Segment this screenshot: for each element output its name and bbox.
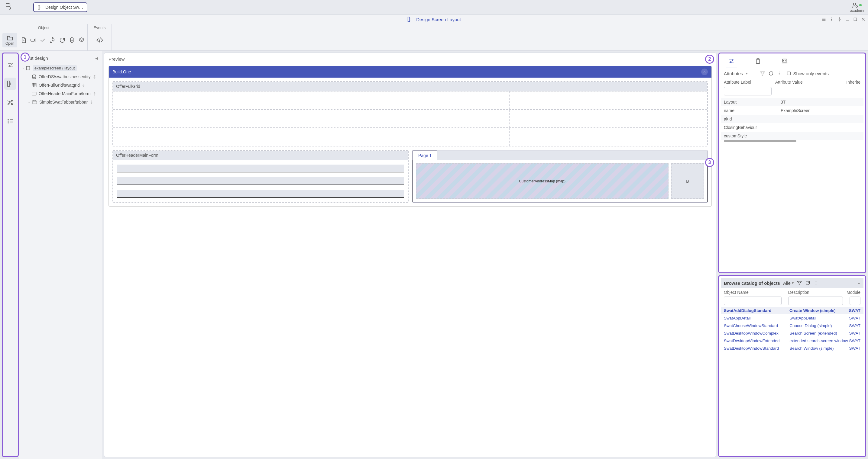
catalog-list: SwatAddDialogStandardCreate Window (simp… xyxy=(721,307,864,352)
gear-icon[interactable] xyxy=(89,100,93,104)
right-column: Attributes ▾ Show only events Attribute … xyxy=(718,53,866,457)
layers-icon[interactable] xyxy=(78,37,85,43)
svg-point-27 xyxy=(91,101,92,102)
close-icon[interactable] xyxy=(861,17,866,22)
list-icon xyxy=(7,118,14,125)
sidebar-item-layout[interactable] xyxy=(4,77,16,90)
catalog-row[interactable]: SwatChooseWindowStandardChoose Dialog (s… xyxy=(721,322,864,329)
preview-panel: 2 3 Preview Build.One OfferFullGrid xyxy=(104,53,716,457)
catalog-row[interactable]: SwatAppDetailSwatAppDetailSWAT xyxy=(721,314,864,322)
close-icon xyxy=(703,70,706,74)
catalog-col-name-header: Object Name xyxy=(724,290,788,295)
rename-icon[interactable] xyxy=(30,37,37,43)
more-vertical-icon[interactable] xyxy=(814,281,818,285)
attribute-row[interactable]: Layout3T xyxy=(721,98,864,106)
check-icon[interactable] xyxy=(39,37,46,43)
attribute-row[interactable]: customStyle xyxy=(721,132,864,140)
attribute-row[interactable]: ClosingBehaviour xyxy=(721,123,864,132)
catalog-row[interactable]: SwatDesktopWindowComplexSearch Screen (e… xyxy=(721,329,864,337)
preview-form-field xyxy=(117,190,404,198)
tree-node[interactable]: OfferHeaderMainForm/form xyxy=(21,89,100,98)
svg-rect-11 xyxy=(7,81,10,86)
filter-icon[interactable] xyxy=(797,280,802,286)
left-sidebar xyxy=(2,53,19,457)
catalog-row[interactable]: SwatAddDialogStandardCreate Window (simp… xyxy=(721,307,864,314)
username-label: axadmin xyxy=(850,8,864,13)
annotation-1: 1 xyxy=(21,53,30,62)
open-button[interactable]: Open xyxy=(2,33,17,47)
layout-tree-panel: 1 ut design ◀ › examplescreen / layout O… xyxy=(19,51,102,459)
horizontal-scrollbar[interactable] xyxy=(724,140,796,142)
top-bar: Design Object Sw… axadmin xyxy=(0,0,868,14)
sliders-icon xyxy=(728,58,735,64)
catalog-row[interactable]: SwatDesktopWindowExtendedextended search… xyxy=(721,337,864,345)
svg-point-10 xyxy=(9,66,10,67)
preview-title: Preview xyxy=(108,57,712,62)
svg-point-4 xyxy=(831,18,832,18)
svg-rect-3 xyxy=(408,17,410,22)
preview-window-title: Build.One xyxy=(113,69,131,74)
catalog-name-filter[interactable] xyxy=(724,297,781,305)
preview-map-wireframe: CustomerAddressMap (map) xyxy=(416,163,669,199)
minimize-icon[interactable] xyxy=(845,17,850,22)
attribute-row[interactable]: akId xyxy=(721,115,864,123)
preview-close-button[interactable] xyxy=(701,69,708,75)
tabbar-icon xyxy=(32,99,37,105)
user-gear-icon xyxy=(852,2,859,8)
more-vertical-icon[interactable] xyxy=(777,71,781,76)
boxes-icon[interactable] xyxy=(69,37,75,43)
preview-form-title: OfferHeaderMainForm xyxy=(113,151,408,160)
catalog-filter-dropdown[interactable]: Alle ▾ xyxy=(783,281,794,286)
form-icon xyxy=(31,91,37,96)
catalog-row[interactable]: SwatDesktopWindowStandardSearch Window (… xyxy=(721,345,864,352)
maximize-icon[interactable] xyxy=(853,17,858,22)
attributes-dropdown-label[interactable]: Attributes xyxy=(724,71,743,76)
ribbon-group-events-label: Events xyxy=(90,25,109,30)
show-only-events-checkbox[interactable]: Show only events xyxy=(786,71,829,76)
refresh-icon[interactable] xyxy=(59,37,66,43)
rocket-icon[interactable] xyxy=(49,37,56,43)
svg-point-5 xyxy=(831,19,832,19)
sidebar-item-list[interactable] xyxy=(4,115,16,127)
preview-tab[interactable]: Page 1 xyxy=(412,151,437,160)
user-menu[interactable]: axadmin xyxy=(850,2,864,13)
collapse-icon[interactable]: ◀ xyxy=(95,56,98,60)
tree-node[interactable]: OfferFullGrid/swatgrid xyxy=(21,81,100,89)
preview-grid-wireframe: OfferFullGrid xyxy=(113,81,708,146)
chevron-down-icon: ⌄ xyxy=(27,100,30,104)
svg-point-20 xyxy=(33,74,36,76)
attribute-label-filter[interactable] xyxy=(724,87,772,95)
sidebar-item-graph[interactable] xyxy=(4,96,16,108)
pin-icon[interactable] xyxy=(837,17,842,22)
chevron-down-icon[interactable]: ⌄ xyxy=(858,281,861,285)
chevron-down-icon[interactable]: ▾ xyxy=(746,71,748,75)
tree-node[interactable]: OfferDS/swatbusinessentity xyxy=(21,72,100,81)
open-tab-chip[interactable]: Design Object Sw… xyxy=(33,2,87,12)
more-vertical-icon[interactable] xyxy=(829,17,834,22)
preview-tabbar-wireframe: Page 1 CustomerAddressMap (map) B xyxy=(412,150,708,203)
refresh-icon[interactable] xyxy=(768,71,774,76)
gear-icon[interactable] xyxy=(82,83,86,87)
code-icon[interactable] xyxy=(96,36,104,44)
catalog-desc-filter[interactable] xyxy=(788,297,843,305)
attributes-tab-sliders[interactable] xyxy=(726,57,737,68)
svg-point-18 xyxy=(8,121,8,121)
filter-icon[interactable] xyxy=(760,71,765,76)
tree-node-label: OfferDS/swatbusinessentity xyxy=(39,74,91,79)
attributes-tab-clipboard[interactable] xyxy=(752,57,764,68)
gear-icon[interactable] xyxy=(92,92,96,96)
attr-col-value-header: Attribute Value xyxy=(775,80,843,85)
catalog-module-filter[interactable] xyxy=(849,297,861,305)
attribute-row[interactable]: nameExampleScreen xyxy=(721,106,864,115)
gear-icon[interactable] xyxy=(92,75,96,79)
sidebar-item-settings[interactable] xyxy=(4,59,16,71)
attributes-tab-code[interactable] xyxy=(779,57,790,68)
new-file-icon[interactable] xyxy=(20,37,27,43)
tree-node-label: examplescreen / layout xyxy=(33,65,77,71)
list-icon[interactable] xyxy=(822,17,826,22)
tree-node[interactable]: › examplescreen / layout xyxy=(21,64,100,72)
svg-point-29 xyxy=(730,62,732,63)
refresh-icon[interactable] xyxy=(805,280,811,286)
main-area: 1 ut design ◀ › examplescreen / layout O… xyxy=(0,51,868,459)
tree-node[interactable]: ⌄ SimpleSwatTabbar/tabbar xyxy=(21,98,100,106)
